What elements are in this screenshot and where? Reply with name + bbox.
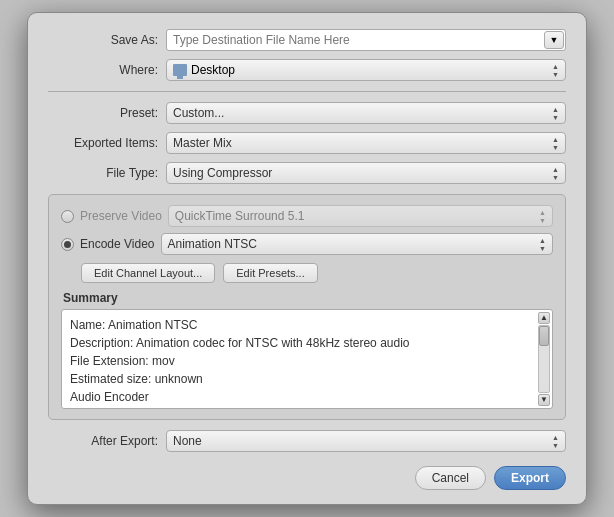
desktop-icon xyxy=(173,64,187,76)
cancel-button[interactable]: Cancel xyxy=(415,466,486,490)
encode-video-label: Encode Video xyxy=(80,237,155,251)
preserve-video-row: Preserve Video QuickTime Surround 5.1 ▲ … xyxy=(61,205,553,227)
after-export-arrows: ▲ ▼ xyxy=(552,434,559,449)
exported-items-arrows: ▲ ▼ xyxy=(552,136,559,151)
exported-items-value: Master Mix xyxy=(173,136,232,150)
preserve-video-label: Preserve Video xyxy=(80,209,162,223)
encode-video-row: Encode Video Animation NTSC ▲ ▼ xyxy=(61,233,553,255)
preset-select[interactable]: Custom... ▲ ▼ xyxy=(166,102,566,124)
save-as-dropdown-arrow[interactable]: ▼ xyxy=(544,31,564,49)
where-value: Desktop xyxy=(191,63,235,77)
file-type-select[interactable]: Using Compressor ▲ ▼ xyxy=(166,162,566,184)
save-as-row: Save As: ▼ xyxy=(48,29,566,51)
summary-line-3: File Extension: mov xyxy=(70,352,544,370)
after-export-row: After Export: None ▲ ▼ xyxy=(48,430,566,452)
encode-video-radio[interactable] xyxy=(61,238,74,251)
scroll-up-button[interactable]: ▲ xyxy=(538,312,550,324)
scroll-track xyxy=(538,325,550,393)
export-dialog: Save As: ▼ Where: Desktop ▲ ▼ Preset: Cu… xyxy=(27,12,587,505)
video-section: Preserve Video QuickTime Surround 5.1 ▲ … xyxy=(48,194,566,420)
preset-value: Custom... xyxy=(173,106,224,120)
preserve-video-value: QuickTime Surround 5.1 xyxy=(175,209,305,223)
summary-line-5: Audio Encoder xyxy=(70,388,544,406)
summary-content: Name: Animation NTSC Description: Animat… xyxy=(70,316,544,406)
where-arrows: ▲ ▼ xyxy=(552,63,559,78)
file-type-label: File Type: xyxy=(48,166,158,180)
where-row: Where: Desktop ▲ ▼ xyxy=(48,59,566,81)
summary-box: Name: Animation NTSC Description: Animat… xyxy=(61,309,553,409)
encode-video-value: Animation NTSC xyxy=(168,237,257,251)
divider-1 xyxy=(48,91,566,92)
exported-items-label: Exported Items: xyxy=(48,136,158,150)
after-export-value: None xyxy=(173,434,202,448)
preset-label: Preset: xyxy=(48,106,158,120)
save-as-label: Save As: xyxy=(48,33,158,47)
save-as-input[interactable] xyxy=(166,29,566,51)
where-select[interactable]: Desktop ▲ ▼ xyxy=(166,59,566,81)
edit-presets-button[interactable]: Edit Presets... xyxy=(223,263,317,283)
save-as-input-wrapper: ▼ xyxy=(166,29,566,51)
summary-label: Summary xyxy=(61,291,553,305)
summary-scrollbar[interactable]: ▲ ▼ xyxy=(538,312,550,406)
summary-line-2: Description: Animation codec for NTSC wi… xyxy=(70,334,544,352)
summary-line-1: Name: Animation NTSC xyxy=(70,316,544,334)
summary-line-4: Estimated size: unknown xyxy=(70,370,544,388)
edit-buttons-row: Edit Channel Layout... Edit Presets... xyxy=(61,263,553,283)
export-button[interactable]: Export xyxy=(494,466,566,490)
exported-items-row: Exported Items: Master Mix ▲ ▼ xyxy=(48,132,566,154)
edit-channel-layout-button[interactable]: Edit Channel Layout... xyxy=(81,263,215,283)
preset-row: Preset: Custom... ▲ ▼ xyxy=(48,102,566,124)
file-type-row: File Type: Using Compressor ▲ ▼ xyxy=(48,162,566,184)
after-export-select[interactable]: None ▲ ▼ xyxy=(166,430,566,452)
preset-arrows: ▲ ▼ xyxy=(552,106,559,121)
file-type-arrows: ▲ ▼ xyxy=(552,166,559,181)
preserve-video-select[interactable]: QuickTime Surround 5.1 ▲ ▼ xyxy=(168,205,553,227)
footer-buttons: Cancel Export xyxy=(48,466,566,490)
scroll-down-button[interactable]: ▼ xyxy=(538,394,550,406)
preserve-video-radio[interactable] xyxy=(61,210,74,223)
exported-items-select[interactable]: Master Mix ▲ ▼ xyxy=(166,132,566,154)
where-label: Where: xyxy=(48,63,158,77)
encode-video-select[interactable]: Animation NTSC ▲ ▼ xyxy=(161,233,553,255)
after-export-label: After Export: xyxy=(48,434,158,448)
scroll-thumb[interactable] xyxy=(539,326,549,346)
file-type-value: Using Compressor xyxy=(173,166,272,180)
